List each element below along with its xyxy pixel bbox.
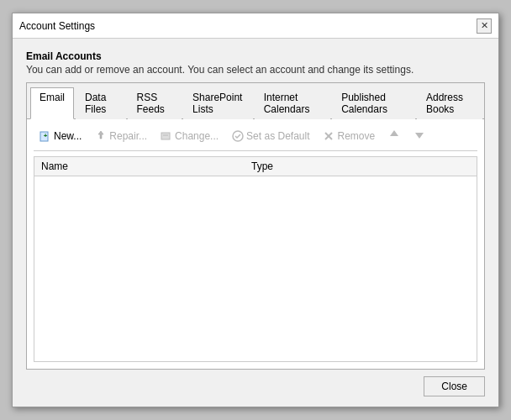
svg-marker-7 — [390, 130, 398, 136]
section-header: Email Accounts You can add or remove an … — [26, 50, 485, 76]
remove-button[interactable]: Remove — [317, 128, 381, 144]
tab-container: Email Data Files RSS Feeds SharePoint Li… — [26, 82, 485, 370]
section-title: Email Accounts — [26, 50, 485, 62]
tab-rss-feeds[interactable]: RSS Feeds — [128, 87, 182, 119]
column-header-type: Type — [251, 160, 470, 172]
tab-bar: Email Data Files RSS Feeds SharePoint Li… — [27, 83, 484, 119]
close-button[interactable]: Close — [424, 376, 485, 396]
tab-email[interactable]: Email — [30, 87, 74, 119]
account-toolbar: + New... Repair... — [34, 126, 477, 151]
column-header-name: Name — [41, 160, 251, 172]
dialog-footer: Close — [26, 370, 485, 398]
new-label: New... — [54, 130, 82, 142]
svg-rect-2 — [161, 133, 170, 139]
repair-label: Repair... — [109, 130, 147, 142]
set-default-button[interactable]: Set as Default — [226, 128, 315, 144]
remove-label: Remove — [337, 130, 375, 142]
change-label: Change... — [175, 130, 219, 142]
new-button[interactable]: + New... — [34, 128, 87, 144]
dialog-title: Account Settings — [19, 20, 95, 32]
repair-icon — [95, 130, 107, 142]
set-default-icon — [232, 130, 244, 142]
move-down-button[interactable] — [408, 126, 431, 145]
section-description: You can add or remove an account. You ca… — [26, 64, 485, 76]
tab-address-books[interactable]: Address Books — [417, 87, 482, 119]
table-rows — [34, 176, 477, 328]
change-button[interactable]: Change... — [155, 128, 224, 144]
move-up-icon — [388, 129, 400, 143]
remove-icon — [323, 130, 335, 142]
table-header: Name Type — [34, 157, 477, 176]
title-bar: Account Settings ✕ — [13, 13, 498, 39]
tab-internet-calendars[interactable]: Internet Calendars — [255, 87, 331, 119]
change-icon — [161, 130, 172, 142]
tab-sharepoint-lists[interactable]: SharePoint Lists — [183, 87, 253, 119]
accounts-table: Name Type — [34, 156, 477, 362]
email-tab-content: + New... Repair... — [27, 119, 484, 369]
dialog-body: Email Accounts You can add or remove an … — [13, 39, 498, 407]
tab-data-files[interactable]: Data Files — [76, 87, 125, 119]
repair-button[interactable]: Repair... — [89, 128, 153, 144]
move-down-icon — [414, 129, 425, 143]
svg-text:+: + — [44, 132, 48, 139]
tab-published-calendars[interactable]: Published Calendars — [332, 87, 415, 119]
account-settings-dialog: Account Settings ✕ Email Accounts You ca… — [12, 13, 499, 407]
set-default-label: Set as Default — [246, 130, 309, 142]
dialog-close-button[interactable]: ✕ — [477, 18, 492, 34]
new-icon: + — [40, 130, 51, 142]
svg-marker-8 — [415, 133, 424, 139]
move-up-button[interactable] — [382, 126, 406, 145]
